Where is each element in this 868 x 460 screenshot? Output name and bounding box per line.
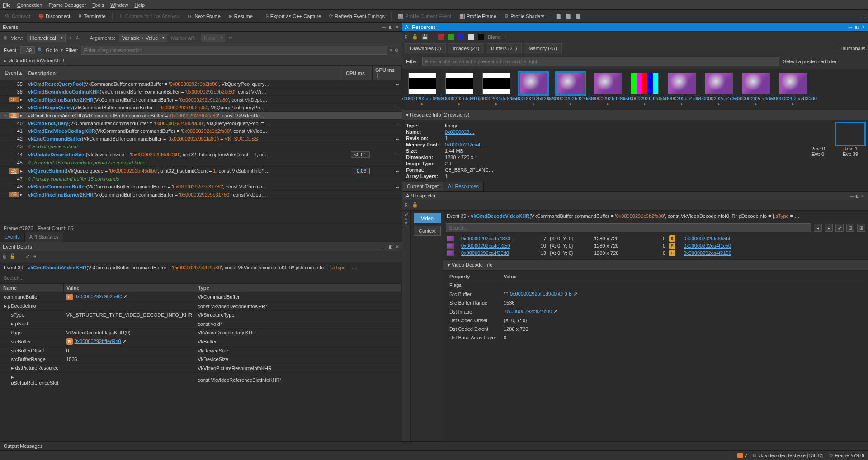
doc-icon[interactable]: 📄 bbox=[556, 14, 561, 19]
sort-icon[interactable]: ↕ bbox=[504, 34, 506, 39]
copy-icon[interactable]: ⎘ bbox=[405, 34, 408, 40]
api-ref-row[interactable]: 0x00000292ca4f30d013 {X: 0, Y: 0}1280 x … bbox=[447, 249, 864, 257]
table-row[interactable]: 37 ▸vkCmdPipelineBarrier2KHR(VkCommandBu… bbox=[0, 96, 402, 104]
view-mode-dropdown[interactable]: Thumbnails bbox=[840, 46, 865, 51]
minimize-icon[interactable]: — bbox=[848, 25, 852, 29]
table-row[interactable]: ▸ pDecodeInfoconst VkVideoDecodeInfoKHR* bbox=[0, 302, 402, 311]
table-row[interactable]: 35vkCmdResetQueryPool(VkCommandBuffer co… bbox=[0, 80, 402, 88]
popout-icon[interactable]: ◧ bbox=[389, 25, 393, 29]
filter-clear-icon[interactable]: ⊘ bbox=[395, 47, 398, 52]
table-row[interactable]: ▸ pSetupReferenceSlotconst VkVideoRefere… bbox=[0, 373, 402, 387]
copy-icon[interactable]: ⎘ bbox=[3, 254, 6, 259]
expand-icon[interactable]: ⊞ bbox=[857, 224, 865, 232]
lock-icon[interactable]: 🔓 bbox=[412, 34, 418, 40]
resource-thumb[interactable]: 0x00000292bff2d1a0 ▸ bbox=[628, 73, 661, 106]
tree-icon[interactable]: ⊞ bbox=[4, 35, 7, 40]
revision-thumb[interactable]: Rev: 1Evt: 39 bbox=[836, 123, 864, 179]
col-cpu[interactable]: CPU ms bbox=[343, 66, 373, 80]
resource-thumb[interactable]: 0x00000292ca4ec2… ▸ bbox=[740, 73, 772, 106]
resource-thumb[interactable]: 0x00000292bfe644c0 ▸ bbox=[443, 73, 476, 106]
fit-icon[interactable]: ⤢ bbox=[835, 224, 844, 232]
black-channel[interactable] bbox=[478, 34, 484, 40]
resource-thumb[interactable]: 0x00000292bff27b30 ▸ bbox=[554, 73, 587, 106]
nav-next-icon[interactable]: ▸ bbox=[825, 224, 833, 232]
lock-icon[interactable]: 🔓 bbox=[9, 253, 16, 259]
col-name[interactable]: Name bbox=[0, 284, 64, 292]
table-row[interactable]: 41vkCmdEndVideoCodingKHR(VkCommandBuffer… bbox=[0, 127, 402, 135]
menu-frame-debugger[interactable]: Frame Debugger bbox=[48, 2, 86, 8]
collapse-icon[interactable]: ⊟ bbox=[846, 224, 854, 232]
marker-dropdown[interactable]: None bbox=[201, 34, 225, 42]
table-row[interactable]: srcBufferOffset0VkDeviceSize bbox=[0, 347, 402, 355]
table-row[interactable]: 45// Recorded 15 commands to primary com… bbox=[0, 159, 402, 167]
close-icon[interactable]: ✕ bbox=[396, 244, 399, 249]
col-value[interactable]: Value bbox=[64, 284, 195, 292]
doc-icon[interactable]: 📄 bbox=[566, 14, 571, 19]
chevron-down-icon[interactable]: ▾ bbox=[61, 47, 63, 52]
menu-help[interactable]: Help bbox=[134, 2, 145, 8]
table-row[interactable]: ▸ dstPictureResourceVkVideoPictureResour… bbox=[0, 364, 402, 373]
table-row[interactable]: sTypeVK_STRUCTURE_TYPE_VIDEO_DECODE_INFO… bbox=[0, 311, 402, 319]
lock-icon[interactable]: 🔓 bbox=[412, 202, 418, 208]
resource-thumb[interactable]: 0x00000292ca4e56… ▸ bbox=[703, 73, 735, 106]
minimize-icon[interactable]: — bbox=[850, 194, 854, 198]
output-messages[interactable]: Output Messages bbox=[0, 441, 868, 450]
table-row[interactable]: srcBufferB0x00000292bffed9d0 ↗VkBuffer bbox=[0, 337, 402, 347]
menu-window[interactable]: Window bbox=[110, 2, 128, 8]
terminate-button[interactable]: ✖Terminate bbox=[76, 13, 107, 20]
target-icon[interactable]: ⌖ bbox=[69, 35, 72, 41]
popout-icon[interactable]: ◧ bbox=[855, 25, 859, 29]
expand-icon[interactable]: ⛶ bbox=[861, 14, 865, 19]
table-row[interactable]: commandBufferC0x00000292c9b2fa80 ↗VkComm… bbox=[0, 292, 402, 302]
table-row[interactable]: → 39 ▸vkCmdDecodeVideoKHR(VkCommandBuffe… bbox=[0, 112, 402, 120]
resume-button[interactable]: ▶Resume bbox=[227, 13, 255, 20]
resource-thumb[interactable]: 0x00000292bfe64de0 ▸ bbox=[480, 73, 513, 106]
minimize-icon[interactable]: — bbox=[382, 25, 386, 29]
popout-icon[interactable]: ◧ bbox=[855, 194, 859, 198]
resource-thumb[interactable]: 0x00000292ca4f30d0 ▸ bbox=[777, 73, 809, 106]
table-row[interactable]: 46 ▸vkQueueSubmit(VkQueue queue = '0x000… bbox=[0, 167, 402, 175]
resource-thumb[interactable]: 0x00000292bfe64030 ▸ bbox=[406, 73, 439, 106]
table-row[interactable]: 43// End of queue submit bbox=[0, 143, 402, 150]
breadcrumb-link[interactable]: vkCmdDecodeVideoKHR bbox=[8, 58, 64, 63]
video-button[interactable]: Video bbox=[414, 213, 441, 223]
nav-prev-icon[interactable]: ◂ bbox=[814, 224, 822, 232]
table-row[interactable]: 47// Primary command buffer 15 commands bbox=[0, 175, 402, 183]
table-row[interactable]: 42vkEndCommandBuffer(VkCommandBuffer com… bbox=[0, 135, 402, 143]
minimize-icon[interactable]: — bbox=[382, 244, 386, 249]
tab-api-stats[interactable]: API Statistics bbox=[25, 232, 64, 242]
disconnect-button[interactable]: ⛔Disconnect bbox=[37, 13, 72, 20]
scissors-icon[interactable]: ✂ bbox=[229, 35, 232, 40]
doc-icon[interactable]: 📄 bbox=[576, 14, 581, 19]
details-search[interactable] bbox=[0, 273, 402, 283]
red-channel[interactable] bbox=[438, 34, 444, 40]
resource-thumb[interactable]: 0x00000292bff28950 ▸ bbox=[591, 73, 624, 106]
menu-tools[interactable]: Tools bbox=[93, 2, 104, 8]
details-table[interactable]: Name Value Type commandBufferC0x00000292… bbox=[0, 283, 402, 441]
tab-current-target[interactable]: Current Target bbox=[402, 182, 443, 191]
copy-icon[interactable]: ⎘ bbox=[405, 202, 408, 208]
menu-file[interactable]: File bbox=[3, 2, 11, 8]
args-dropdown[interactable]: Variable + Value bbox=[119, 34, 167, 42]
col-event[interactable]: Event ▴ bbox=[0, 66, 25, 80]
tab-images[interactable]: Images (21) bbox=[448, 43, 484, 53]
col-gpu[interactable]: GPU ms ⋮ bbox=[373, 66, 402, 80]
fit-icon[interactable]: ⤢ bbox=[26, 253, 30, 259]
blue-channel[interactable] bbox=[458, 34, 464, 40]
save-icon[interactable]: 💾 bbox=[422, 34, 428, 40]
export-cpp-button[interactable]: ⎘Export as C++ Capture bbox=[264, 13, 323, 20]
status-flag[interactable]: 7 bbox=[737, 453, 747, 458]
table-row[interactable]: 49 ▸vkCmdPipelineBarrier2KHR(VkCommandBu… bbox=[0, 191, 402, 199]
video-decode-info-header[interactable]: ▾ Video Decode Info bbox=[443, 259, 868, 271]
close-icon[interactable]: ✕ bbox=[862, 25, 865, 29]
goto-button[interactable]: Go to bbox=[46, 47, 58, 53]
connect-button[interactable]: 🔌Connect bbox=[3, 13, 32, 20]
table-row[interactable]: 44vkUpdateDescriptorSets(VkDevice device… bbox=[0, 150, 402, 159]
api-ref-row[interactable]: 0x00000292ca4ec25010 {X: 0, Y: 0}1280 x … bbox=[447, 242, 864, 249]
menu-connection[interactable]: Connection bbox=[17, 2, 42, 8]
api-ref-row[interactable]: 0x00000292ca4a48307 {X: 0, Y: 0}1280 x 7… bbox=[447, 235, 864, 242]
blend-dropdown[interactable]: Blend bbox=[488, 34, 500, 40]
resource-thumb[interactable]: 0x00000292ca4e48… ▸ bbox=[665, 73, 698, 106]
context-button[interactable]: Context bbox=[414, 226, 441, 236]
tab-events[interactable]: Events bbox=[0, 232, 25, 242]
